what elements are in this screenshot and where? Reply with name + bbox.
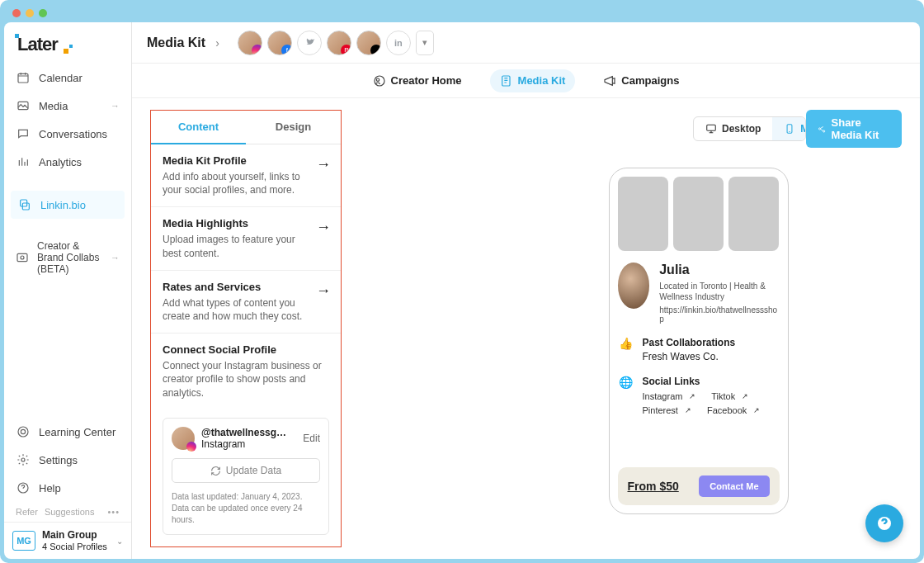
avatar-pinterest[interactable]: P — [327, 31, 351, 55]
link-instagram[interactable]: Instagram↗ — [643, 391, 703, 401]
nav-analytics[interactable]: Analytics — [4, 148, 131, 176]
nav-media[interactable]: Media → — [4, 92, 131, 120]
nav-label: Media — [39, 100, 68, 112]
section-highlights[interactable]: Media Highlights Upload images to featur… — [151, 207, 341, 270]
svg-rect-12 — [502, 76, 509, 86]
avatar-tiktok[interactable] — [356, 31, 381, 55]
social-links-title: Social Links — [643, 376, 774, 387]
group-title: Main Group — [42, 529, 107, 541]
contact-button[interactable]: Contact Me — [699, 475, 769, 497]
calendar-icon — [16, 70, 31, 85]
analytics-icon — [16, 154, 31, 169]
svg-point-8 — [21, 458, 25, 461]
subnav-creator-home[interactable]: Creator Home — [373, 74, 462, 88]
nav-label: Help — [39, 482, 61, 494]
social-network: Instagram — [201, 438, 245, 450]
button-label: Share Media Kit — [832, 116, 890, 141]
tab-design[interactable]: Design — [246, 111, 341, 144]
nav-help[interactable]: Help — [4, 474, 131, 502]
tab-content[interactable]: Content — [151, 111, 246, 144]
link-refer[interactable]: Refer — [16, 507, 38, 517]
nav-creator-collabs[interactable]: Creator & Brand Collabs (BETA) → — [4, 234, 131, 282]
section-rates[interactable]: Rates and Services Add what types of con… — [151, 271, 341, 334]
section-desc: Add what types of content you create and… — [163, 296, 329, 323]
past-collab-title: Past Collaborations — [643, 337, 736, 348]
subnav: Creator Home Media Kit Campaigns — [132, 64, 920, 98]
media-icon — [16, 98, 31, 113]
window-close[interactable] — [12, 9, 21, 17]
section-title: Rates and Services — [163, 281, 329, 293]
avatar-twitter[interactable] — [297, 31, 322, 55]
more-icon[interactable]: ••• — [107, 507, 120, 517]
chat-icon — [16, 126, 31, 141]
section-profile[interactable]: Media Kit Profile Add info about yoursel… — [151, 144, 341, 207]
group-subtitle: 4 Social Profiles — [42, 542, 107, 551]
button-label: Update Data — [226, 465, 281, 476]
subnav-media-kit[interactable]: Media Kit — [490, 69, 576, 92]
gallery-image — [618, 177, 668, 251]
edit-button[interactable]: Edit — [303, 433, 320, 444]
profile-meta: Located in Toronto | Health & Wellness I… — [659, 281, 779, 302]
profile-avatar — [618, 263, 650, 309]
price: From $50 — [628, 480, 679, 493]
svg-rect-13 — [707, 125, 716, 130]
svg-point-5 — [21, 256, 24, 259]
arrow-right-icon: → — [316, 282, 331, 300]
gallery — [618, 177, 780, 251]
subnav-campaigns[interactable]: Campaigns — [603, 74, 679, 88]
instagram-icon — [252, 45, 262, 55]
svg-rect-4 — [17, 253, 27, 261]
nav-linkinbio[interactable]: Linkin.bio — [11, 191, 125, 219]
help-icon — [16, 480, 31, 495]
group-switcher[interactable]: MG Main Group 4 Social Profiles ⌄ — [4, 522, 131, 559]
update-data-button[interactable]: Update Data — [172, 458, 320, 483]
avatar-instagram[interactable] — [238, 31, 262, 55]
device-toggle: Desktop Mobile — [693, 116, 806, 141]
facebook-icon: f — [281, 45, 292, 55]
tiktok-icon — [370, 45, 381, 55]
chevron-right-icon: → — [111, 253, 120, 263]
link-facebook[interactable]: Facebook↗ — [707, 405, 766, 415]
window-minimize[interactable] — [26, 9, 34, 17]
learning-icon — [16, 424, 31, 439]
group-badge: MG — [12, 531, 35, 551]
chevron-right-icon: → — [111, 101, 120, 111]
instagram-icon — [186, 442, 196, 452]
collab-icon — [16, 250, 29, 265]
linkinbio-icon — [17, 197, 32, 212]
window-zoom[interactable] — [39, 9, 47, 17]
avatar-linkedin[interactable]: in — [386, 31, 411, 55]
nav-label: Conversations — [39, 128, 107, 140]
device-desktop[interactable]: Desktop — [694, 117, 772, 140]
nav-conversations[interactable]: Conversations — [4, 120, 131, 148]
avatar-dropdown[interactable]: ▾ — [416, 31, 434, 55]
device-mobile[interactable]: Mobile — [772, 117, 806, 140]
subnav-label: Creator Home — [391, 74, 462, 87]
sidebar: Later Calendar Media → — [4, 22, 132, 559]
svg-point-6 — [18, 427, 28, 437]
help-fab[interactable] — [865, 504, 903, 542]
note-line2: Data can be updated once every 24 hours. — [172, 503, 320, 526]
link-tiktok[interactable]: Tiktok↗ — [711, 391, 755, 401]
subnav-label: Campaigns — [621, 74, 679, 87]
nav-label: Analytics — [39, 156, 82, 168]
avatar — [172, 427, 195, 450]
phone-preview: Julia Located in Toronto | Health & Well… — [609, 168, 789, 514]
section-title: Media Highlights — [163, 217, 329, 229]
nav-label: Calendar — [39, 72, 82, 84]
price-bar: From $50 Contact Me — [618, 467, 780, 505]
share-button[interactable]: Share Media Kit — [806, 110, 902, 148]
nav-learning[interactable]: Learning Center — [4, 418, 131, 446]
pinterest-icon: P — [341, 45, 351, 55]
edit-panel: Content Design Media Kit Profile Add inf… — [150, 110, 342, 547]
link-suggestions[interactable]: Suggestions — [45, 507, 95, 517]
link-pinterest[interactable]: Pinterest↗ — [643, 405, 698, 415]
avatar-facebook[interactable]: f — [267, 31, 292, 55]
nav-label: Creator & Brand Collabs (BETA) — [37, 240, 102, 275]
social-avatars: f P in ▾ — [238, 31, 434, 55]
nav-calendar[interactable]: Calendar — [4, 64, 131, 92]
chevron-updown-icon: ⌄ — [116, 537, 123, 546]
nav-settings[interactable]: Settings — [4, 446, 131, 474]
social-handle: @thatwellnessg… — [201, 427, 286, 438]
subnav-label: Media Kit — [518, 74, 566, 87]
